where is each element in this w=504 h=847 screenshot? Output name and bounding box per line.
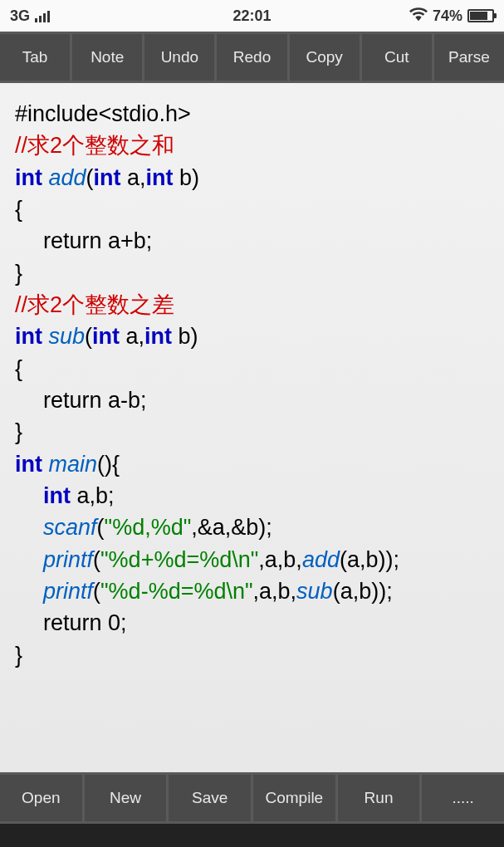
code-line: } — [15, 416, 489, 448]
tab-button[interactable]: Tab — [0, 34, 70, 81]
signal-icon — [35, 9, 50, 22]
code-line: //求2个整数之和 — [15, 130, 489, 161]
code-line: #include<stdio.h> — [15, 98, 489, 130]
code-line: return a-b; — [15, 384, 489, 416]
wifi-icon — [409, 7, 428, 26]
battery-icon — [467, 9, 494, 22]
code-line: int add(int a,int b) — [15, 162, 489, 193]
network-label: 3G — [10, 7, 30, 25]
undo-button[interactable]: Undo — [144, 34, 214, 81]
code-line: int a,b; — [15, 480, 489, 512]
status-left: 3G — [10, 7, 50, 25]
note-button[interactable]: Note — [72, 34, 142, 81]
code-line: } — [15, 257, 489, 289]
more-button[interactable]: ..... — [422, 775, 504, 821]
redo-button[interactable]: Redo — [217, 34, 286, 81]
copy-button[interactable]: Copy — [290, 34, 360, 81]
code-editor[interactable]: #include<stdio.h> //求2个整数之和 int add(int … — [0, 83, 504, 772]
compile-button[interactable]: Compile — [253, 775, 335, 821]
battery-pct: 74% — [433, 7, 462, 25]
code-line: //求2个整数之差 — [15, 289, 489, 321]
code-line: int main(){ — [15, 448, 489, 480]
new-button[interactable]: New — [85, 775, 167, 821]
top-toolbar: Tab Note Undo Redo Copy Cut Parse — [0, 32, 504, 83]
code-line: { — [15, 193, 489, 225]
code-line: scanf("%d,%d",&a,&b); — [15, 512, 489, 543]
clock: 22:01 — [232, 7, 271, 25]
code-line: { — [15, 353, 489, 384]
code-line: return a+b; — [15, 225, 489, 257]
parse-button[interactable]: Parse — [434, 34, 504, 81]
code-line: int sub(int a,int b) — [15, 321, 489, 352]
status-bar: 3G 22:01 74% — [0, 0, 504, 32]
run-button[interactable]: Run — [338, 775, 420, 821]
code-line: } — [15, 639, 489, 671]
bottom-toolbar: Open New Save Compile Run ..... — [0, 772, 504, 824]
code-line: return 0; — [15, 607, 489, 639]
footer-strip — [0, 824, 504, 847]
status-right: 74% — [409, 7, 494, 26]
code-line: printf("%d+%d=%d\n",a,b,add(a,b)); — [15, 544, 489, 575]
open-button[interactable]: Open — [0, 775, 82, 821]
save-button[interactable]: Save — [169, 775, 251, 821]
cut-button[interactable]: Cut — [362, 34, 432, 81]
code-line: printf("%d-%d=%d\n",a,b,sub(a,b)); — [15, 575, 489, 607]
